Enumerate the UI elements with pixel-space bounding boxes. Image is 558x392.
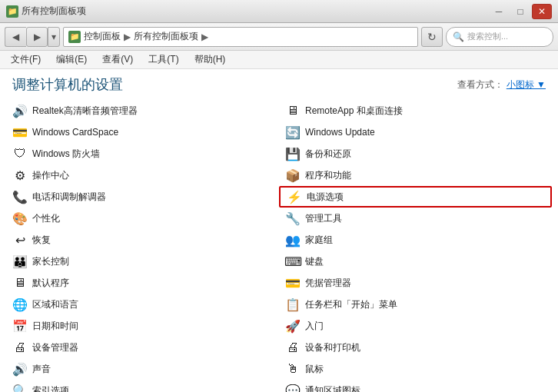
item-icon: ↩ (12, 232, 28, 247)
control-panel-item-10[interactable]: 🎨 个性化 (6, 208, 279, 229)
item-icon: 💳 (12, 125, 28, 140)
item-icon: 👪 (12, 254, 28, 269)
item-label: 区域和语言 (32, 298, 78, 311)
control-panel-item-11[interactable]: 🔧 管理工具 (279, 208, 552, 229)
item-icon: 📋 (285, 297, 301, 312)
search-placeholder: 搜索控制... (467, 31, 508, 42)
item-icon: 🔄 (285, 125, 301, 140)
control-panel-item-12[interactable]: ↩ 恢复 (6, 229, 279, 251)
title-bar: 📁 所有控制面板项 ─ □ ✕ (0, 0, 558, 23)
control-panel-item-3[interactable]: 🔄 Windows Update (279, 121, 552, 143)
item-label: 设备和打印机 (305, 341, 360, 354)
view-label: 查看方式： (457, 78, 503, 91)
item-label: 通知区域图标 (305, 384, 360, 393)
item-label: 凭据管理器 (305, 277, 351, 290)
breadcrumb-sep2: ▶ (201, 32, 208, 42)
menu-edit[interactable]: 编辑(E) (51, 51, 91, 68)
item-icon: 🎨 (12, 211, 28, 226)
item-label: 电话和调制解调器 (32, 191, 106, 204)
item-label: 设备管理器 (32, 341, 78, 354)
page-title: 调整计算机的设置 (12, 75, 123, 94)
control-panel-item-9[interactable]: ⚡ 电源选项 (279, 186, 552, 208)
item-label: 电源选项 (307, 191, 344, 204)
control-panel-item-4[interactable]: 🛡 Windows 防火墙 (6, 143, 279, 164)
control-panel-item-16[interactable]: 🖥 默认程序 (6, 272, 279, 294)
item-icon: 🔧 (285, 211, 301, 226)
maximize-button[interactable]: □ (510, 4, 530, 19)
menu-tools[interactable]: 工具(T) (144, 51, 183, 68)
item-icon: 💬 (285, 383, 301, 392)
item-label: 默认程序 (32, 277, 69, 290)
control-panel-item-2[interactable]: 💳 Windows CardSpace (6, 121, 279, 143)
breadcrumb-part2: 所有控制面板项 (134, 30, 198, 43)
item-label: 家庭组 (305, 234, 333, 247)
breadcrumb-bar[interactable]: 📁 控制面板 ▶ 所有控制面板项 ▶ (63, 27, 418, 47)
item-icon: ⚡ (287, 189, 302, 204)
item-label: 管理工具 (305, 212, 342, 225)
control-panel-item-18[interactable]: 🌐 区域和语言 (6, 294, 279, 315)
nav-buttons: ◀ ▶ ▾ (5, 27, 60, 47)
search-bar[interactable]: 🔍 搜索控制... (446, 27, 553, 47)
item-label: 备份和还原 (305, 148, 351, 161)
back-button[interactable]: ◀ (5, 27, 26, 47)
title-bar-controls: ─ □ ✕ (489, 4, 552, 19)
item-icon: 🛡 (12, 146, 28, 161)
item-label: Windows CardSpace (32, 127, 118, 138)
item-icon: 🌐 (12, 297, 28, 312)
item-icon: 📦 (285, 168, 301, 183)
control-panel-item-5[interactable]: 💾 备份和还原 (279, 143, 552, 164)
toolbar: ◀ ▶ ▾ 📁 控制面板 ▶ 所有控制面板项 ▶ ↻ 🔍 搜索控制... (0, 23, 558, 51)
item-label: 日期和时间 (32, 320, 78, 333)
address-bar-container: 📁 控制面板 ▶ 所有控制面板项 ▶ ↻ 🔍 搜索控制... (63, 27, 553, 47)
item-label: 家长控制 (32, 255, 69, 268)
menu-view[interactable]: 查看(V) (98, 51, 138, 68)
item-label: 任务栏和「开始」菜单 (305, 298, 397, 311)
control-panel-item-21[interactable]: 🚀 入门 (279, 315, 552, 337)
control-panel-item-19[interactable]: 📋 任务栏和「开始」菜单 (279, 294, 552, 315)
item-label: RemoteApp 和桌面连接 (305, 105, 403, 118)
control-panel-item-27[interactable]: 💬 通知区域图标 (279, 380, 552, 392)
page-header: 调整计算机的设置 查看方式： 小图标 ▼ (0, 69, 558, 97)
title-bar-left: 📁 所有控制面板项 (6, 5, 86, 18)
view-options: 查看方式： 小图标 ▼ (457, 78, 546, 91)
item-icon: 🖱 (285, 361, 301, 377)
nav-dropdown-button[interactable]: ▾ (48, 27, 60, 47)
item-label: 恢复 (32, 234, 51, 247)
close-button[interactable]: ✕ (532, 4, 552, 19)
refresh-button[interactable]: ↻ (421, 27, 443, 47)
minimize-button[interactable]: ─ (489, 4, 509, 19)
control-panel-item-1[interactable]: 🖥 RemoteApp 和桌面连接 (279, 100, 552, 121)
control-panel-item-15[interactable]: ⌨ 键盘 (279, 251, 552, 272)
control-panel-item-26[interactable]: 🔍 索引选项 (6, 380, 279, 392)
control-panel-item-24[interactable]: 🔊 声音 (6, 358, 279, 380)
item-icon: 💾 (285, 146, 301, 161)
control-panel-item-13[interactable]: 👥 家庭组 (279, 229, 552, 251)
item-icon: 🚀 (285, 318, 301, 334)
control-panel-item-8[interactable]: 📞 电话和调制解调器 (6, 186, 279, 208)
view-selector[interactable]: 小图标 ▼ (507, 78, 546, 91)
search-icon: 🔍 (453, 32, 464, 42)
control-panel-item-23[interactable]: 🖨 设备和打印机 (279, 337, 552, 358)
item-icon: 💳 (285, 275, 301, 291)
control-panel-item-7[interactable]: 📦 程序和功能 (279, 164, 552, 186)
window-icon: 📁 (6, 5, 18, 18)
control-panel-item-22[interactable]: 🖨 设备管理器 (6, 337, 279, 358)
control-panel-item-20[interactable]: 📅 日期和时间 (6, 315, 279, 337)
item-label: 键盘 (305, 255, 324, 268)
breadcrumb-part1: 控制面板 (84, 30, 121, 43)
control-panel-item-0[interactable]: 🔊 Realtek高清晰音频管理器 (6, 100, 279, 121)
item-label: 程序和功能 (305, 169, 351, 182)
control-panel-item-17[interactable]: 💳 凭据管理器 (279, 272, 552, 294)
menu-file[interactable]: 文件(F) (6, 51, 45, 68)
control-panel-item-25[interactable]: 🖱 鼠标 (279, 358, 552, 380)
forward-button[interactable]: ▶ (26, 27, 48, 47)
breadcrumb-icon: 📁 (68, 31, 81, 43)
control-panel-item-14[interactable]: 👪 家长控制 (6, 251, 279, 272)
menu-help[interactable]: 帮助(H) (190, 51, 231, 68)
item-icon: 📞 (12, 189, 28, 204)
window-title: 所有控制面板项 (22, 5, 86, 18)
item-label: 操作中心 (32, 169, 69, 182)
control-panel-item-6[interactable]: ⚙ 操作中心 (6, 164, 279, 186)
item-label: 声音 (32, 363, 51, 376)
item-label: 鼠标 (305, 363, 324, 376)
